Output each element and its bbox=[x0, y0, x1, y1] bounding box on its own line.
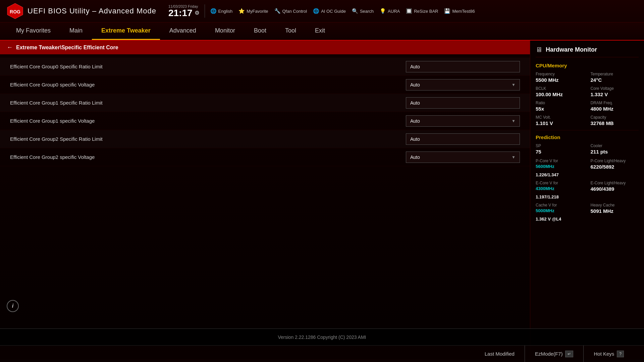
info-button[interactable]: i bbox=[7, 300, 19, 312]
pred-ecore-lh-value: 4690/4389 bbox=[591, 186, 639, 192]
prediction-stats: SP 75 Cooler 211 pts bbox=[536, 143, 639, 155]
eg2-voltage-select[interactable]: Auto ▼ bbox=[406, 152, 520, 163]
setting-value-eg2-ratio: Auto bbox=[406, 133, 520, 145]
nav-monitor[interactable]: Monitor bbox=[206, 22, 245, 40]
stat-bclk: BCLK 100.00 MHz bbox=[536, 86, 584, 97]
pred-pcore-v-for: P-Core V for 5600MHz bbox=[536, 159, 584, 170]
pred-pcore-lh: P-Core Light/Heavy 6220/5892 bbox=[591, 159, 639, 170]
pred-sp-value: 75 bbox=[536, 149, 584, 155]
mem-icon: 💾 bbox=[444, 8, 450, 14]
content-area: ← Extreme Tweaker\Specific Efficient Cor… bbox=[0, 41, 530, 359]
toolbar-resizebar-label: ReSize BAR bbox=[414, 9, 438, 14]
pred-pcore-v-value: 1.226/1.347 bbox=[536, 172, 639, 177]
pred-sp-label: SP bbox=[536, 143, 584, 148]
pred-cooler-label: Cooler bbox=[591, 143, 639, 148]
stat-ratio-value: 55x bbox=[536, 106, 584, 112]
footer: Version 2.22.1286 Copyright (C) 2023 AMI… bbox=[0, 328, 644, 362]
setting-value-eg2-voltage: Auto ▼ bbox=[406, 152, 520, 163]
last-modified-button[interactable]: Last Modified bbox=[475, 346, 525, 362]
setting-label-eg1-voltage: Efficient Core Group1 specific Voltage bbox=[10, 118, 406, 124]
pred-ecore-v-for: E-Core V for 4300MHz bbox=[536, 181, 584, 192]
ezmode-icon: ↵ bbox=[565, 351, 573, 357]
nav-extreme-tweaker[interactable]: Extreme Tweaker bbox=[92, 22, 160, 40]
setting-label-eg1-ratio: Efficient Core Group1 Specific Ratio Lim… bbox=[10, 100, 406, 106]
toolbar-english-label: English bbox=[218, 9, 233, 14]
pred-cooler: Cooler 211 pts bbox=[591, 143, 639, 155]
nav-advanced[interactable]: Advanced bbox=[160, 22, 206, 40]
nav-main[interactable]: Main bbox=[60, 22, 92, 40]
hw-monitor-header: 🖥 Hardware Monitor bbox=[536, 46, 639, 57]
header: ROG UEFI BIOS Utility – Advanced Mode 11… bbox=[0, 0, 644, 41]
ezmode-label: EzMode(F7) bbox=[535, 351, 563, 357]
dropdown-arrow-icon: ▼ bbox=[512, 155, 516, 160]
setting-label-eg0-ratio: Efficient Core Group0 Specific Ratio Lim… bbox=[10, 64, 406, 69]
app-title: UEFI BIOS Utility – Advanced Mode bbox=[28, 7, 156, 15]
hotkeys-button[interactable]: Hot Keys ? bbox=[584, 346, 634, 362]
setting-value-eg0-voltage: Auto ▼ bbox=[406, 79, 520, 90]
stat-core-voltage-value: 1.332 V bbox=[591, 92, 639, 97]
stat-frequency-value: 5500 MHz bbox=[536, 77, 584, 83]
pred-cache-v-label: Cache V for bbox=[536, 203, 584, 207]
pred-pcore-lh-label: P-Core Light/Heavy bbox=[591, 159, 639, 163]
toolbar-english[interactable]: 🌐 English bbox=[210, 8, 233, 14]
hotkeys-label: Hot Keys bbox=[594, 351, 614, 357]
ezmode-button[interactable]: EzMode(F7) ↵ bbox=[525, 346, 584, 362]
pred-ecore-block: E-Core V for 4300MHz E-Core Light/Heavy … bbox=[536, 181, 639, 199]
toolbar-divider bbox=[205, 4, 205, 18]
toolbar-aura-label: AURA bbox=[388, 9, 400, 14]
pred-cache-v-value: 1.362 V @L4 bbox=[536, 217, 639, 222]
pred-ecore-v-value: 1.197/1.218 bbox=[536, 194, 639, 199]
stat-dram-freq-label: DRAM Freq. bbox=[591, 101, 639, 105]
eg1-voltage-select[interactable]: Auto ▼ bbox=[406, 115, 520, 127]
nav-boot[interactable]: Boot bbox=[245, 22, 276, 40]
footer-actions-bar: Last Modified EzMode(F7) ↵ Hot Keys ? bbox=[0, 345, 644, 362]
setting-value-eg0-ratio: Auto bbox=[406, 61, 520, 72]
setting-value-eg1-voltage: Auto ▼ bbox=[406, 115, 520, 127]
dropdown-arrow-icon: ▼ bbox=[512, 119, 516, 123]
eg1-ratio-input[interactable]: Auto bbox=[406, 97, 520, 109]
toolbar-resizebar[interactable]: 🔲 ReSize BAR bbox=[406, 8, 438, 14]
nav-exit[interactable]: Exit bbox=[306, 22, 334, 40]
stat-dram-freq: DRAM Freq. 4800 MHz bbox=[591, 101, 639, 112]
nav-tool[interactable]: Tool bbox=[276, 22, 306, 40]
stat-capacity-value: 32768 MB bbox=[591, 120, 639, 126]
version-text: Version 2.22.1286 Copyright (C) 2023 AMI bbox=[278, 335, 366, 340]
toolbar-memtest[interactable]: 💾 MemTest86 bbox=[444, 8, 475, 14]
toolbar-aura[interactable]: 💡 AURA bbox=[380, 8, 400, 14]
table-row: Efficient Core Group2 Specific Ratio Lim… bbox=[0, 130, 530, 148]
stat-mc-volt-value: 1.101 V bbox=[536, 120, 584, 126]
toolbar-myfavorite[interactable]: ⭐ MyFavorite bbox=[238, 8, 268, 14]
hw-divider bbox=[536, 130, 639, 130]
dropdown-arrow-icon: ▼ bbox=[512, 82, 516, 87]
time-display: 21:17 ⚙ bbox=[168, 8, 199, 18]
pred-heavy-cache: Heavy Cache 5091 MHz bbox=[591, 203, 639, 214]
toolbar-qfan[interactable]: 🔧 Qfan Control bbox=[274, 8, 307, 14]
setting-label-eg0-voltage: Efficient Core Group0 specific Voltage bbox=[10, 82, 406, 87]
setting-value-eg1-ratio: Auto bbox=[406, 97, 520, 109]
toolbar-aioc[interactable]: 🌐 AI OC Guide bbox=[313, 8, 346, 14]
breadcrumb-back-button[interactable]: ← bbox=[7, 44, 13, 51]
pred-cache-v-freq: 5000MHz bbox=[536, 208, 584, 213]
eg2-ratio-input[interactable]: Auto bbox=[406, 133, 520, 145]
settings-icon[interactable]: ⚙ bbox=[195, 10, 199, 16]
monitor-icon: 🖥 bbox=[536, 46, 542, 54]
eg0-ratio-input[interactable]: Auto bbox=[406, 61, 520, 72]
table-row: Efficient Core Group0 specific Voltage A… bbox=[0, 76, 530, 94]
eg0-voltage-select[interactable]: Auto ▼ bbox=[406, 79, 520, 90]
toolbar-myfavorite-label: MyFavorite bbox=[247, 9, 268, 14]
toolbar-aioc-label: AI OC Guide bbox=[321, 9, 346, 14]
stat-mc-volt: MC Volt. 1.101 V bbox=[536, 115, 584, 126]
stat-dram-freq-value: 4800 MHz bbox=[591, 106, 639, 112]
stat-core-voltage-label: Core Voltage bbox=[591, 86, 639, 91]
toolbar-search[interactable]: 🔍 Search bbox=[352, 8, 374, 14]
logo-area: ROG UEFI BIOS Utility – Advanced Mode bbox=[7, 3, 156, 19]
breadcrumb: ← Extreme Tweaker\Specific Efficient Cor… bbox=[0, 41, 530, 54]
toolbar-qfan-label: Qfan Control bbox=[282, 9, 307, 14]
hw-monitor-panel: 🖥 Hardware Monitor CPU/Memory Frequency … bbox=[530, 41, 644, 359]
stat-bclk-value: 100.00 MHz bbox=[536, 92, 584, 97]
header-top: ROG UEFI BIOS Utility – Advanced Mode 11… bbox=[0, 0, 644, 22]
aura-icon: 💡 bbox=[380, 8, 386, 14]
cpu-memory-section-title: CPU/Memory bbox=[536, 63, 639, 68]
nav-my-favorites[interactable]: My Favorites bbox=[7, 22, 60, 40]
table-row: Efficient Core Group2 specific Voltage A… bbox=[0, 148, 530, 166]
